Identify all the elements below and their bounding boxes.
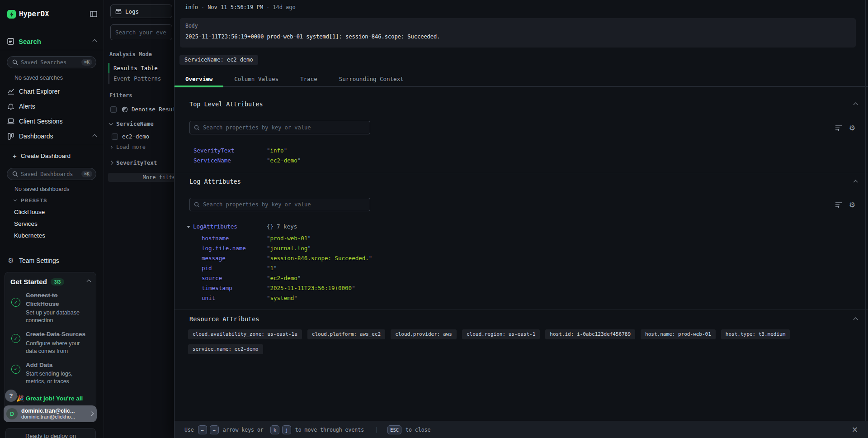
attribute-row[interactable]: timestamp 2025-11-11T23:56:19+0000 xyxy=(175,283,868,293)
chevron-right-icon xyxy=(109,145,113,148)
facet-severitytext[interactable]: SeverityText xyxy=(109,159,174,166)
search-icon xyxy=(12,59,18,65)
service-name-chip[interactable]: ServiceName: ec2-demo xyxy=(179,55,258,65)
tab-overview[interactable]: Overview xyxy=(175,71,223,86)
attribute-row[interactable]: SeverityText info xyxy=(175,146,868,156)
saved-searches-field[interactable] xyxy=(21,59,81,66)
close-icon[interactable]: × xyxy=(852,426,858,433)
preset-kubernetes[interactable]: Kubernetes xyxy=(14,232,104,240)
chevron-up-icon[interactable] xyxy=(87,280,91,284)
user-menu[interactable]: D dominic.tran@clic... dominic.tran@clic… xyxy=(4,405,97,422)
attribute-row[interactable]: message session-846.scope: Succeeded. xyxy=(175,253,868,263)
filter-lines-icon[interactable] xyxy=(835,201,843,208)
gear-icon[interactable]: ⚙ xyxy=(849,124,855,132)
congrats-text: 🎉Great job! You're all xyxy=(16,395,98,403)
gear-icon: ⚙ xyxy=(7,257,14,265)
top-level-attributes-title: Top Level Attributes xyxy=(189,100,263,108)
esc-key: ESC xyxy=(387,425,401,434)
plus-icon: + xyxy=(13,152,17,160)
scrollbar-track[interactable] xyxy=(865,0,866,421)
deploy-note-card[interactable]: Ready to deploy on xyxy=(5,428,96,438)
log-attributes-search[interactable] xyxy=(189,198,370,211)
facet-option-ec2-demo[interactable]: ec2-demo xyxy=(112,133,174,140)
tab-column-values[interactable]: Column Values xyxy=(223,71,289,86)
shortcut-badge: ⌘K xyxy=(81,171,92,177)
user-name: dominic.tran@clic... xyxy=(21,408,75,414)
check-circle-icon: ✓ xyxy=(11,334,20,343)
resource-chip: cloud.provider: aws xyxy=(391,329,457,339)
filter-lines-icon[interactable] xyxy=(835,124,843,131)
analysis-mode-label: Analysis Mode xyxy=(109,51,174,57)
attribute-tree-root[interactable]: LogAttributes {}7 keys xyxy=(175,222,868,232)
attribute-row[interactable]: ServiceName ec2-demo xyxy=(175,156,868,166)
event-search-input[interactable] xyxy=(110,24,172,40)
sidebar-item-team-settings[interactable]: ⚙ Team Settings xyxy=(7,257,104,265)
facet-servicename[interactable]: ServiceName xyxy=(109,120,174,127)
caret-down-icon[interactable] xyxy=(187,226,190,228)
ec2-demo-checkbox[interactable] xyxy=(112,133,118,140)
denoise-checkbox[interactable] xyxy=(110,106,117,113)
collapse-section-icon[interactable] xyxy=(854,103,858,107)
tab-trace[interactable]: Trace xyxy=(289,71,328,86)
resource-chip: cloud.platform: aws_ec2 xyxy=(307,329,385,339)
sidebar-item-client-sessions[interactable]: Client Sessions xyxy=(0,117,104,126)
saved-dashboards-field[interactable] xyxy=(21,171,81,177)
collapse-sidebar-icon[interactable] xyxy=(90,11,97,17)
get-started-item[interactable]: ✓ Add Data Start sending logs, metrics, … xyxy=(10,361,90,386)
collapse-section-icon[interactable] xyxy=(854,318,858,322)
log-attributes-search-field[interactable] xyxy=(203,201,366,208)
saved-dashboards-input[interactable]: ⌘K xyxy=(7,168,96,180)
sidebar-item-search[interactable]: Search xyxy=(0,35,104,47)
attribute-row[interactable]: log.file.name journal.log xyxy=(175,243,868,253)
chevron-up-icon[interactable] xyxy=(93,134,97,138)
dashboards-icon xyxy=(7,133,14,140)
k-key: k xyxy=(270,425,279,434)
mode-event-patterns[interactable]: Event Patterns xyxy=(108,73,174,84)
chevron-right-icon xyxy=(90,412,94,416)
saved-searches-input[interactable]: ⌘K xyxy=(7,56,96,68)
sidebar-item-dashboards[interactable]: Dashboards xyxy=(0,132,104,141)
get-started-card: Get Started 3/3 ✓ Connect to ClickHouse … xyxy=(5,272,96,413)
search-icon xyxy=(194,125,200,131)
avatar: D xyxy=(6,408,18,419)
get-started-item[interactable]: ✓ Connect to ClickHouse Set up your data… xyxy=(10,291,90,324)
no-saved-dashboards-text: No saved dashboards xyxy=(14,186,104,192)
preset-clickhouse[interactable]: ClickHouse xyxy=(14,209,104,217)
load-more-button[interactable]: Load more xyxy=(110,144,174,150)
mode-results-table[interactable]: Results Table xyxy=(108,63,174,73)
chart-explorer-icon xyxy=(7,88,14,95)
preset-services[interactable]: Services xyxy=(14,220,104,229)
get-started-header[interactable]: Get Started 3/3 xyxy=(10,278,90,286)
braces-icon: {} xyxy=(267,223,274,230)
event-header: info·Nov 11 5:56:19 PM·14d ago xyxy=(185,4,296,10)
sidebar-item-chart-explorer[interactable]: Chart Explorer xyxy=(0,87,104,96)
collapse-section-icon[interactable] xyxy=(854,180,858,185)
presets-toggle[interactable]: PRESETS xyxy=(14,198,104,203)
attribute-row[interactable]: hostname prod-web-01 xyxy=(175,233,868,243)
resource-chip: host.id: i-0abc123def456789 xyxy=(545,329,635,339)
divider xyxy=(0,145,104,145)
get-started-item[interactable]: ✓ Create Data Sources Configure where yo… xyxy=(10,330,90,355)
chevron-up-icon[interactable] xyxy=(93,39,97,43)
logs-source-icon xyxy=(115,9,122,14)
gear-icon[interactable]: ⚙ xyxy=(849,200,855,209)
attribute-row[interactable]: pid 1 xyxy=(175,263,868,273)
attribute-row[interactable]: source ec2-demo xyxy=(175,273,868,283)
resource-chip: service.name: ec2-demo xyxy=(188,344,263,354)
chevron-right-icon xyxy=(109,161,113,165)
logs-explorer-panel: Logs Analysis Mode Results Table Event P… xyxy=(104,0,174,438)
chevron-down-icon xyxy=(109,121,113,125)
help-button[interactable]: ? xyxy=(5,390,17,402)
sidebar-item-alerts[interactable]: Alerts xyxy=(0,102,104,111)
tab-surrounding-context[interactable]: Surrounding Context xyxy=(328,71,415,86)
top-level-search[interactable] xyxy=(189,121,370,134)
divider xyxy=(175,309,868,310)
denoise-filter[interactable]: Denoise Results xyxy=(110,106,174,113)
bell-icon xyxy=(7,103,14,110)
source-selector-button[interactable]: Logs xyxy=(110,5,172,18)
top-level-search-field[interactable] xyxy=(203,124,366,131)
attribute-row[interactable]: unit systemd xyxy=(175,293,868,303)
create-dashboard-button[interactable]: + Create Dashboard xyxy=(13,151,104,160)
resource-chip: host.type: t3.medium xyxy=(721,329,790,339)
j-key: j xyxy=(282,425,291,434)
